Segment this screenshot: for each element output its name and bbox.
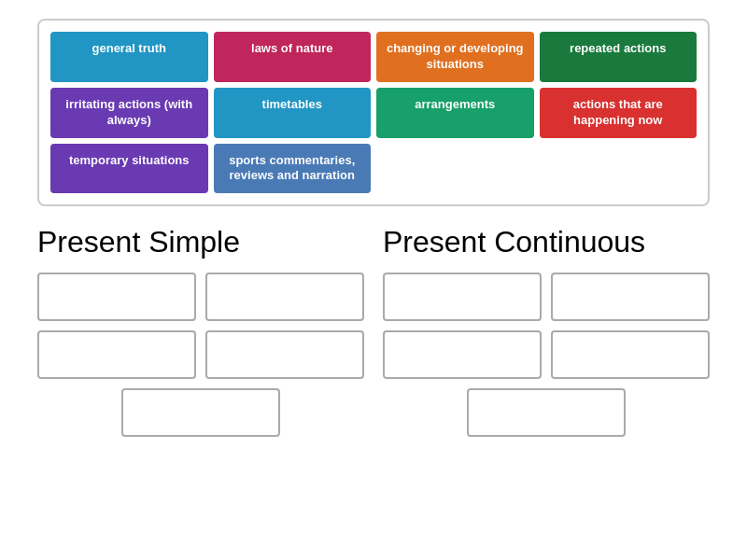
- tile-temporary-situations[interactable]: temporary situations: [50, 144, 208, 194]
- tiles-grid: general truth laws of nature changing or…: [50, 32, 697, 193]
- drop-box-ps-3[interactable]: [37, 330, 196, 379]
- present-continuous-drop-grid: [374, 273, 719, 379]
- drop-box-ps-4[interactable]: [205, 330, 364, 379]
- tile-sports-commentaries[interactable]: sports commentaries, reviews and narrati…: [214, 144, 372, 194]
- present-simple-drop-grid: [28, 273, 374, 379]
- drop-box-pc-2[interactable]: [551, 273, 710, 321]
- tile-irritating-actions[interactable]: irritating actions (with always): [50, 88, 208, 138]
- drop-box-pc-4[interactable]: [551, 330, 710, 379]
- drop-box-ps-5[interactable]: [121, 388, 280, 437]
- tile-general-truth[interactable]: general truth: [50, 32, 208, 82]
- drop-box-ps-2[interactable]: [205, 273, 364, 321]
- tile-arrangements[interactable]: arrangements: [376, 88, 534, 138]
- tiles-container: general truth laws of nature changing or…: [37, 19, 710, 206]
- drop-box-pc-5[interactable]: [467, 388, 626, 437]
- tile-timetables[interactable]: timetables: [214, 88, 372, 138]
- tile-repeated-actions[interactable]: repeated actions: [540, 32, 698, 82]
- present-simple-title: Present Simple: [37, 225, 374, 259]
- tile-changing-situations[interactable]: changing or developing situations: [376, 32, 534, 82]
- present-continuous-single-row: [374, 379, 719, 437]
- drop-box-ps-1[interactable]: [37, 273, 196, 321]
- present-simple-single-row: [28, 379, 374, 437]
- present-simple-group: Present Simple: [28, 225, 374, 437]
- present-continuous-title: Present Continuous: [383, 225, 719, 259]
- bottom-section: Present Simple Present Continuous: [28, 225, 719, 437]
- drop-box-pc-1[interactable]: [383, 273, 542, 321]
- tile-laws-of-nature[interactable]: laws of nature: [214, 32, 372, 82]
- tile-actions-happening-now[interactable]: actions that are happening now: [540, 88, 698, 138]
- drop-box-pc-3[interactable]: [383, 330, 542, 379]
- present-continuous-group: Present Continuous: [374, 225, 719, 437]
